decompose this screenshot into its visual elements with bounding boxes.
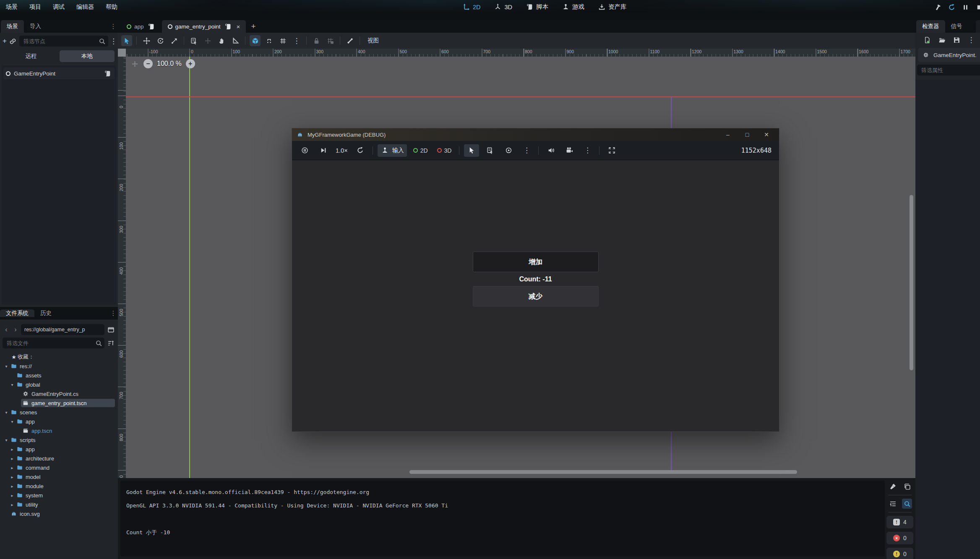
file-tree-item[interactable]: ▾scenes	[0, 408, 118, 417]
file-tree-item[interactable]: ▸system	[0, 491, 118, 500]
close-tab-icon[interactable]: ×	[237, 23, 240, 30]
canvas-vscrollbar[interactable]	[910, 195, 913, 370]
dock-tab-场景[interactable]: 场景	[1, 20, 24, 33]
scene-root-node[interactable]: GameEntryPoint	[3, 68, 115, 79]
file-tree-item[interactable]: ★收藏：	[0, 352, 118, 361]
restart-button[interactable]	[946, 2, 957, 12]
pan-tool[interactable]	[216, 35, 227, 46]
file-tree-item[interactable]: game_entry_point.tscn	[0, 398, 118, 408]
inspector-tab-检查器[interactable]: 检查器	[916, 20, 945, 33]
menubar-menu-2[interactable]: 调试	[53, 3, 65, 11]
mute-audio-button[interactable]	[543, 144, 558, 157]
collapse-output-button[interactable]	[888, 499, 898, 509]
chevron-right-icon[interactable]: ▸	[9, 465, 15, 470]
game-window-titlebar[interactable]: MyGFrameworkGame (DEBUG) – □ ✕	[292, 128, 779, 141]
file-tree-item[interactable]: ▸app	[0, 445, 118, 454]
file-tree-item[interactable]: ▸command	[0, 463, 118, 472]
file-tree-item[interactable]: ▸model	[0, 472, 118, 481]
chevron-right-icon[interactable]: ▸	[9, 456, 15, 461]
zoom-level[interactable]: 100.0 %	[157, 60, 182, 68]
move-tool[interactable]	[141, 35, 152, 46]
file-tree-item[interactable]: icon.svg	[0, 509, 118, 518]
embed-window-button[interactable]	[604, 144, 619, 157]
stop-button[interactable]	[974, 2, 980, 12]
context-tab-游戏[interactable]: 游戏	[561, 3, 584, 12]
output-log[interactable]: Godot Engine v4.6.stable.mono.official.8…	[120, 481, 885, 556]
filter-nodes-input[interactable]	[19, 36, 108, 47]
increase-button[interactable]: 增加	[473, 252, 599, 272]
chevron-down-icon[interactable]: ▾	[3, 438, 9, 442]
chevron-right-icon[interactable]: ▸	[9, 493, 15, 498]
file-tree-item[interactable]: ▾app	[0, 417, 118, 426]
context-tab-资产库[interactable]: 资产库	[597, 3, 627, 12]
mode-2d-button[interactable]: 2D	[410, 144, 431, 157]
copy-output-button[interactable]	[902, 481, 912, 491]
local-button[interactable]: 本地	[60, 50, 115, 62]
chevron-right-icon[interactable]: ▸	[9, 502, 15, 507]
menubar-menu-0[interactable]: 场景	[6, 3, 18, 11]
load-resource-button[interactable]	[937, 35, 947, 45]
context-tab-2D[interactable]: 2D	[461, 3, 481, 12]
add-node-button[interactable]: +	[3, 36, 7, 46]
resource-menu[interactable]: ⋮	[966, 35, 976, 45]
scene-tab-app[interactable]: app	[121, 20, 162, 33]
context-tab-脚本[interactable]: 脚本	[525, 3, 548, 12]
new-scene-tab-button[interactable]: +	[246, 20, 261, 33]
file-tree-item[interactable]: assets	[0, 371, 118, 380]
camera-override-button[interactable]	[562, 144, 577, 157]
filesystem-menu-dots[interactable]: ⋮	[109, 309, 117, 318]
sort-files-icon[interactable]	[106, 338, 115, 348]
split-window-icon[interactable]	[106, 325, 115, 334]
file-tree-item[interactable]: ▾res://	[0, 361, 118, 371]
new-resource-button[interactable]	[922, 35, 932, 45]
reset-button[interactable]	[353, 144, 368, 157]
snap-menu[interactable]: ⋮	[291, 35, 302, 46]
instance-scene-icon[interactable]	[8, 36, 18, 46]
pick-list-tool[interactable]	[482, 144, 498, 157]
rotate-tool[interactable]	[155, 35, 166, 46]
chevron-right-icon[interactable]: ▸	[9, 447, 15, 452]
search-output-button[interactable]	[902, 499, 912, 509]
file-tree-item[interactable]: GameEntryPoint.cs	[0, 389, 118, 398]
maximize-button[interactable]: □	[743, 131, 751, 138]
chevron-down-icon[interactable]: ▾	[3, 364, 9, 369]
next-frame-button[interactable]	[315, 144, 331, 157]
close-button[interactable]: ✕	[762, 131, 771, 138]
filesystem-tab-文件系统[interactable]: 文件系统	[0, 309, 34, 317]
current-path[interactable]: res://global/game_entry_p	[21, 324, 104, 335]
select-tool[interactable]	[121, 35, 132, 46]
chevron-down-icon[interactable]: ▾	[3, 410, 9, 415]
file-tree-item[interactable]: ▸module	[0, 481, 118, 491]
file-tree-item[interactable]: ▾global	[0, 380, 118, 389]
file-tree-item[interactable]: ▸architecture	[0, 454, 118, 463]
center-view-icon[interactable]	[130, 59, 139, 68]
grid-snap-toggle[interactable]	[263, 35, 274, 46]
mode-3d-button[interactable]: 3D	[434, 144, 455, 157]
file-tree-item[interactable]: ▾scripts	[0, 435, 118, 445]
save-resource-button[interactable]	[951, 35, 962, 45]
file-tree-item[interactable]: ▸utility	[0, 500, 118, 509]
clear-output-button[interactable]	[888, 481, 898, 491]
scale-tool[interactable]	[169, 35, 180, 46]
tab-partial[interactable]	[976, 20, 980, 33]
nav-forward-icon[interactable]: ›	[12, 326, 19, 333]
camera-options-menu[interactable]: ⋮	[580, 144, 594, 157]
filter-files-input[interactable]	[3, 338, 104, 348]
chevron-right-icon[interactable]: ▸	[9, 484, 15, 489]
build-button[interactable]	[933, 2, 943, 12]
chevron-down-icon[interactable]: ▾	[9, 419, 15, 424]
errors-badge[interactable]: ×0	[886, 532, 913, 544]
zoom-out-button[interactable]: −	[143, 59, 153, 68]
scene-tab-game_entry_point[interactable]: game_entry_point×	[162, 20, 246, 33]
decrease-button[interactable]: 减少	[473, 286, 599, 307]
warnings-badge[interactable]: !0	[886, 548, 913, 559]
dock-menu-dots[interactable]: ⋮	[109, 22, 117, 31]
canvas-hscrollbar[interactable]	[409, 470, 797, 474]
chevron-down-icon[interactable]: ▾	[9, 382, 15, 387]
context-tab-3D[interactable]: 3D	[493, 3, 513, 12]
inspector-tab-信号[interactable]: 信号	[945, 20, 968, 33]
debugger-messages-badge[interactable]: !4	[886, 516, 913, 528]
input-mode-button[interactable]: 输入	[378, 144, 407, 157]
menubar-menu-1[interactable]: 项目	[29, 3, 41, 11]
edited-resource-bar[interactable]: GameEntryPoint.	[918, 48, 980, 62]
